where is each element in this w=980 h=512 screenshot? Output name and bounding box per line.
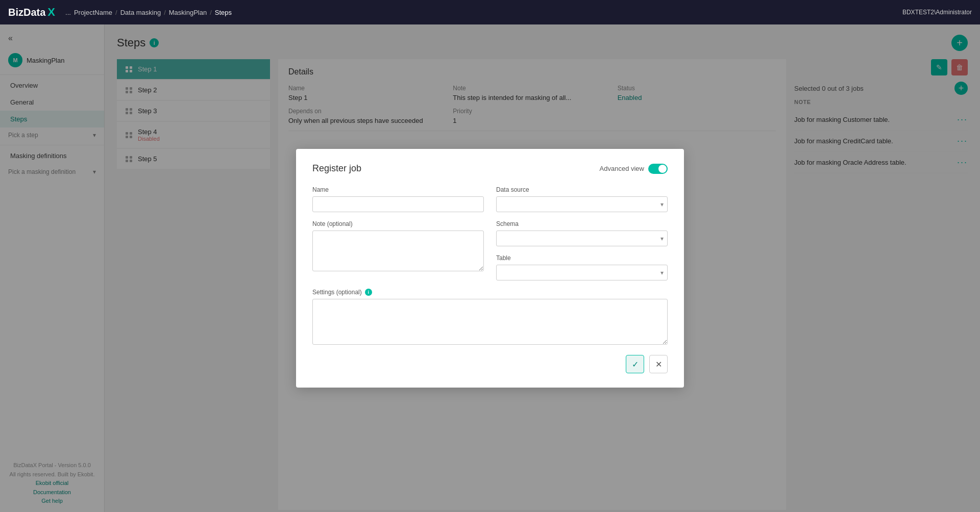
- modal-form: Name Data source ▾ Note (optional): [312, 186, 668, 345]
- settings-info-icon[interactable]: i: [365, 289, 372, 296]
- modal-cancel-button[interactable]: ✕: [649, 355, 668, 373]
- name-label: Name: [312, 186, 484, 193]
- advanced-view-label: Advanced view: [600, 165, 644, 172]
- logo-text: BizData: [8, 7, 45, 18]
- form-group-note: Note (optional): [312, 220, 484, 280]
- topbar: BizData X ... ProjectName / Data masking…: [0, 0, 980, 24]
- topbar-user: BDXTEST2\Administrator: [902, 9, 972, 16]
- breadcrumb-sep1: /: [115, 9, 117, 16]
- note-label-modal: Note (optional): [312, 220, 484, 227]
- form-group-name: Name: [312, 186, 484, 212]
- breadcrumb-steps: Steps: [215, 9, 232, 16]
- table-label: Table: [496, 254, 668, 262]
- breadcrumb-maskingplan[interactable]: MaskingPlan: [169, 9, 207, 16]
- breadcrumb-project[interactable]: ProjectName: [74, 9, 112, 16]
- table-select[interactable]: [496, 265, 668, 280]
- breadcrumb-datamasking[interactable]: Data masking: [120, 9, 161, 16]
- datasource-select-wrapper: ▾: [496, 196, 668, 212]
- form-group-schema: Schema ▾ Table ▾: [496, 220, 668, 280]
- modal-title: Register job: [312, 163, 361, 174]
- settings-input[interactable]: [312, 299, 668, 345]
- advanced-view-switch[interactable]: [648, 164, 668, 174]
- settings-label: Settings (optional): [312, 289, 362, 296]
- datasource-select[interactable]: [496, 196, 668, 212]
- modal-overlay: Register job Advanced view Name Data sou…: [0, 24, 980, 512]
- breadcrumb-sep3: /: [210, 9, 212, 16]
- name-input[interactable]: [312, 196, 484, 212]
- table-select-wrapper: ▾: [496, 265, 668, 280]
- form-group-settings: Settings (optional) i: [312, 289, 668, 345]
- form-group-datasource: Data source ▾: [496, 186, 668, 212]
- modal-header: Register job Advanced view: [312, 163, 668, 174]
- logo: BizData X: [8, 6, 55, 19]
- schema-select-wrapper: ▾: [496, 231, 668, 246]
- note-input[interactable]: [312, 231, 484, 271]
- register-job-modal: Register job Advanced view Name Data sou…: [296, 149, 684, 388]
- schema-label: Schema: [496, 220, 668, 227]
- logo-x: X: [47, 6, 55, 19]
- modal-footer: ✓ ✕: [312, 355, 668, 373]
- schema-select[interactable]: [496, 231, 668, 246]
- breadcrumb-dots: ...: [65, 9, 71, 16]
- breadcrumb: ... ProjectName / Data masking / Masking…: [65, 9, 902, 16]
- settings-label-row: Settings (optional) i: [312, 289, 668, 296]
- datasource-label: Data source: [496, 186, 668, 193]
- modal-confirm-button[interactable]: ✓: [626, 355, 644, 373]
- breadcrumb-sep2: /: [164, 9, 166, 16]
- advanced-view-toggle[interactable]: Advanced view: [600, 164, 668, 174]
